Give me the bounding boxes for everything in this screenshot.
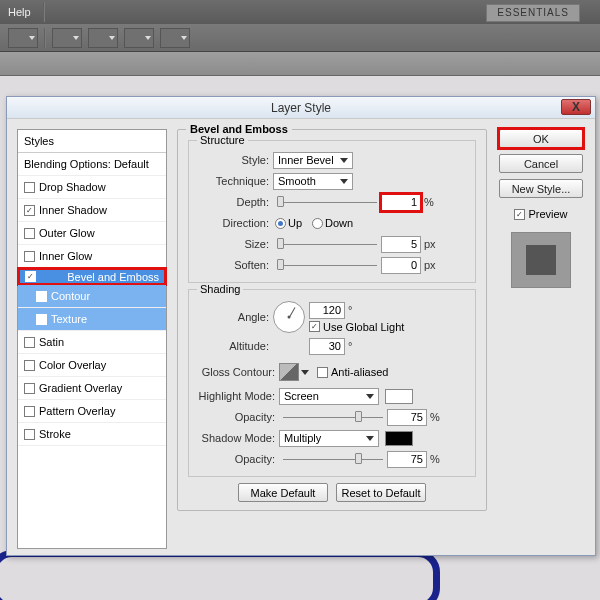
depth-input[interactable]: 1 (381, 194, 421, 211)
style-row-contour[interactable]: Contour (18, 285, 166, 308)
size-input[interactable]: 5 (381, 236, 421, 253)
gloss-contour-picker[interactable] (279, 363, 299, 381)
style-row-satin[interactable]: Satin (18, 331, 166, 354)
style-checkbox[interactable]: ✓ (25, 271, 36, 282)
depth-slider[interactable] (277, 199, 377, 205)
chevron-down-icon (340, 158, 348, 163)
style-checkbox[interactable] (24, 429, 35, 440)
toolbar: ESSENTIALS (0, 24, 600, 52)
highlight-mode-select[interactable]: Screen (279, 388, 379, 405)
style-checkbox[interactable] (24, 383, 35, 394)
angle-label: Angle: (197, 311, 273, 323)
style-label: Outer Glow (39, 227, 95, 239)
highlight-opacity-label: Opacity: (197, 411, 279, 423)
shadow-mode-select[interactable]: Multiply (279, 430, 379, 447)
style-checkbox[interactable] (24, 182, 35, 193)
toolbar-btn-3[interactable] (88, 28, 118, 48)
menu-sep (43, 2, 45, 22)
menu-help[interactable]: Help (8, 6, 31, 18)
style-checkbox[interactable] (24, 337, 35, 348)
style-row-pattern-overlay[interactable]: Pattern Overlay (18, 400, 166, 423)
shadow-mode-label: Shadow Mode: (197, 432, 279, 444)
shading-title: Shading (197, 283, 243, 295)
size-label: Size: (197, 238, 273, 250)
dialog-titlebar[interactable]: Layer Style X (7, 97, 595, 119)
depth-unit: % (421, 196, 439, 208)
workspace-essentials[interactable]: ESSENTIALS (486, 4, 580, 22)
soften-input[interactable]: 0 (381, 257, 421, 274)
soften-slider[interactable] (277, 262, 377, 268)
style-label: Inner Shadow (39, 204, 107, 216)
style-row-drop-shadow[interactable]: Drop Shadow (18, 176, 166, 199)
style-row-texture[interactable]: Texture (18, 308, 166, 331)
styles-header[interactable]: Styles (18, 130, 166, 153)
style-select[interactable]: Inner Bevel (273, 152, 353, 169)
shadow-opacity-input[interactable]: 75 (387, 451, 427, 468)
toolbar-btn-4[interactable] (124, 28, 154, 48)
direction-up-label: Up (288, 217, 302, 229)
reset-default-button[interactable]: Reset to Default (336, 483, 426, 502)
style-checkbox[interactable] (24, 406, 35, 417)
style-checkbox[interactable] (24, 251, 35, 262)
highlight-opacity-input[interactable]: 75 (387, 409, 427, 426)
anti-aliased-label: Anti-aliased (331, 366, 388, 378)
style-label: Texture (51, 313, 87, 325)
preview-checkbox[interactable]: ✓ (514, 209, 525, 220)
style-label: Color Overlay (39, 359, 106, 371)
technique-label: Technique: (197, 175, 273, 187)
cancel-button[interactable]: Cancel (499, 154, 583, 173)
style-checkbox[interactable] (24, 360, 35, 371)
highlight-opacity-slider[interactable] (283, 414, 383, 420)
shadow-color-swatch[interactable] (385, 431, 413, 446)
style-row-stroke[interactable]: Stroke (18, 423, 166, 446)
toolbar-btn-1[interactable] (8, 28, 38, 48)
style-row-bevel-and-emboss[interactable]: ✓Bevel and Emboss (18, 268, 166, 285)
style-label: Drop Shadow (39, 181, 106, 193)
toolbar-btn-2[interactable] (52, 28, 82, 48)
shadow-opacity-slider[interactable] (283, 456, 383, 462)
style-row-inner-glow[interactable]: Inner Glow (18, 245, 166, 268)
style-checkbox[interactable]: ✓ (24, 205, 35, 216)
size-slider[interactable] (277, 241, 377, 247)
angle-dial[interactable] (273, 301, 305, 333)
options-bar (0, 52, 600, 76)
highlight-color-swatch[interactable] (385, 389, 413, 404)
direction-down-radio[interactable] (312, 218, 323, 229)
preview-label: Preview (528, 208, 567, 220)
ok-button[interactable]: OK (499, 129, 583, 148)
style-row-outer-glow[interactable]: Outer Glow (18, 222, 166, 245)
chevron-down-icon (340, 179, 348, 184)
dialog-buttons-panel: OK Cancel New Style... ✓Preview (497, 129, 585, 545)
highlight-opacity-unit: % (427, 411, 445, 423)
effect-panel: Bevel and Emboss Structure Style: Inner … (177, 129, 487, 545)
soften-unit: px (421, 259, 439, 271)
canvas-shape (0, 550, 440, 600)
blending-options-row[interactable]: Blending Options: Default (18, 153, 166, 176)
bevel-emboss-group: Bevel and Emboss Structure Style: Inner … (177, 129, 487, 511)
style-label: Contour (51, 290, 90, 302)
style-checkbox[interactable] (36, 314, 47, 325)
style-row-gradient-overlay[interactable]: Gradient Overlay (18, 377, 166, 400)
depth-label: Depth: (197, 196, 273, 208)
style-value: Inner Bevel (278, 154, 334, 166)
altitude-input[interactable]: 30 (309, 338, 345, 355)
close-button[interactable]: X (561, 99, 591, 115)
global-light-checkbox[interactable]: ✓ (309, 321, 320, 332)
angle-unit: ° (345, 304, 363, 316)
technique-select[interactable]: Smooth (273, 173, 353, 190)
style-checkbox[interactable] (24, 228, 35, 239)
dialog-body: Styles Blending Options: Default Drop Sh… (7, 119, 595, 555)
style-checkbox[interactable] (36, 291, 47, 302)
style-label: Inner Glow (39, 250, 92, 262)
make-default-button[interactable]: Make Default (238, 483, 328, 502)
angle-input[interactable]: 120 (309, 302, 345, 319)
style-row-inner-shadow[interactable]: ✓Inner Shadow (18, 199, 166, 222)
chevron-down-icon (366, 394, 374, 399)
style-row-color-overlay[interactable]: Color Overlay (18, 354, 166, 377)
gloss-contour-label: Gloss Contour: (197, 366, 279, 378)
toolbar-sep (44, 28, 46, 48)
toolbar-btn-5[interactable] (160, 28, 190, 48)
direction-up-radio[interactable] (275, 218, 286, 229)
new-style-button[interactable]: New Style... (499, 179, 583, 198)
anti-aliased-checkbox[interactable] (317, 367, 328, 378)
